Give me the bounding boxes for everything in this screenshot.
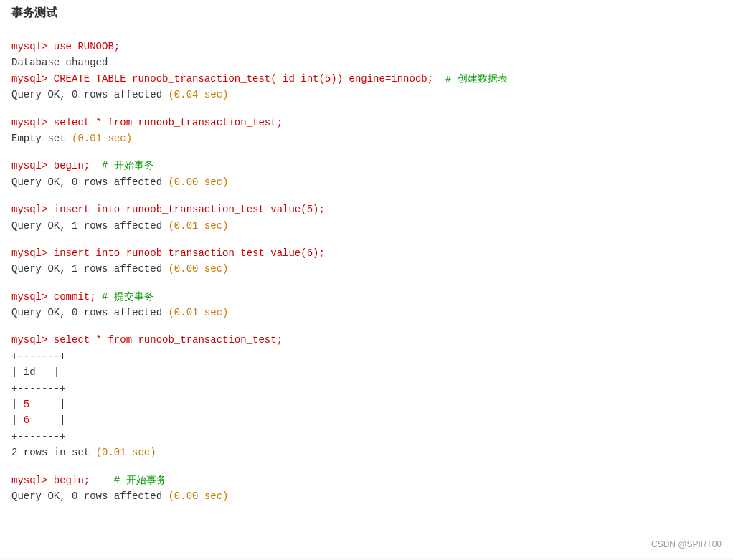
terminal-line: | 6 |: [11, 412, 722, 428]
terminal-line: Query OK, 0 rows affected (0.00 sec): [11, 488, 722, 504]
terminal-line: Database changed: [11, 54, 722, 70]
terminal-line: +-------+: [11, 381, 722, 397]
terminal-line: mysql> insert into runoob_transaction_te…: [11, 201, 722, 217]
terminal-line: mysql> use RUNOOB;: [11, 39, 722, 54]
terminal-line: [11, 234, 722, 245]
page-title: 事务测试: [11, 6, 57, 19]
terminal-line: [11, 146, 722, 158]
terminal-line: mysql> begin; # 开始事务: [11, 158, 722, 174]
terminal-line: Query OK, 1 rows affected (0.00 sec): [11, 261, 722, 277]
terminal-line: Empty set (0.01 sec): [11, 130, 722, 146]
terminal-line: mysql> CREATE TABLE runoob_transaction_t…: [11, 71, 722, 87]
terminal-line: mysql> select * from runoob_transaction_…: [11, 115, 722, 130]
terminal-line: +-------+: [11, 429, 722, 445]
terminal-line: [11, 103, 722, 115]
terminal-line: mysql> commit; # 提交事务: [11, 289, 722, 305]
terminal-line: | id |: [11, 364, 722, 380]
terminal-line: [11, 190, 722, 201]
terminal-line: 2 rows in set (0.01 sec): [11, 445, 722, 460]
terminal-line: mysql> begin; # 开始事务: [11, 473, 722, 488]
terminal-line: [11, 461, 722, 473]
terminal-line: [11, 277, 722, 289]
terminal-line: Query OK, 0 rows affected (0.00 sec): [11, 174, 722, 190]
terminal-line: +-------+: [11, 348, 722, 364]
terminal-line: Query OK, 0 rows affected (0.01 sec): [11, 305, 722, 321]
terminal-line: Query OK, 0 rows affected (0.04 sec): [11, 87, 722, 103]
page-header: 事务测试: [0, 0, 733, 27]
terminal-line: mysql> select * from runoob_transaction_…: [11, 332, 722, 348]
terminal-container: mysql> use RUNOOB;Database changedmysql>…: [0, 27, 733, 558]
terminal-line: | 5 |: [11, 397, 722, 412]
watermark: CSDN @SPIRT00: [651, 539, 722, 549]
terminal-line: mysql> insert into runoob_transaction_te…: [11, 245, 722, 261]
terminal-line: Query OK, 1 rows affected (0.01 sec): [11, 218, 722, 234]
terminal-line: [11, 321, 722, 332]
